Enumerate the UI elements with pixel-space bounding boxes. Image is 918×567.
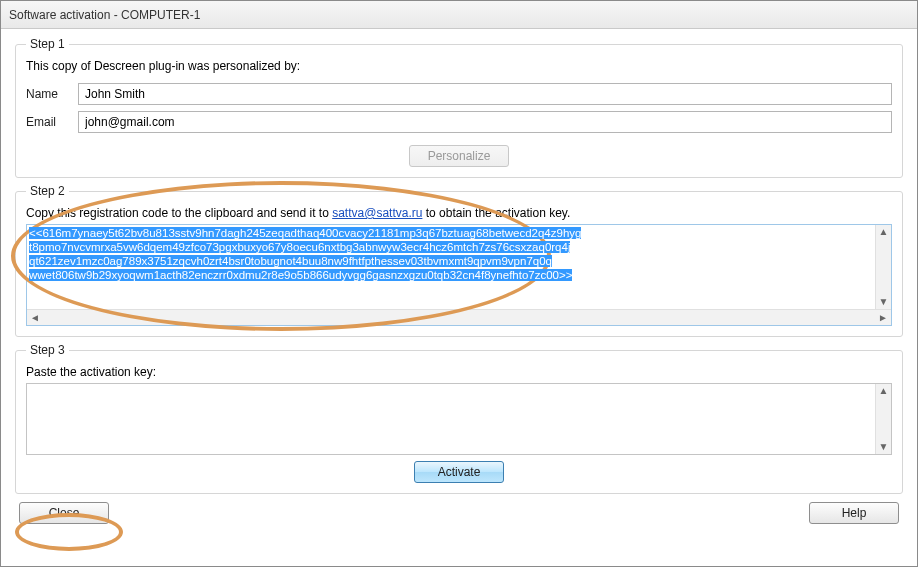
activation-key-text[interactable] <box>27 384 875 454</box>
step3-legend: Step 3 <box>26 343 69 357</box>
key-vertical-scrollbar[interactable]: ▲ ▼ <box>875 384 891 454</box>
client-area: Step 1 This copy of Descreen plug-in was… <box>1 29 917 566</box>
registration-code-line: qt621zev1mzc0ag789x3751zqcvh0zrt4bsr0tob… <box>29 255 552 267</box>
step2-instr-prefix: Copy this registration code to the clipb… <box>26 206 332 220</box>
support-email-link[interactable]: sattva@sattva.ru <box>332 206 422 220</box>
bottom-button-bar: Close Help <box>15 502 903 524</box>
activate-button[interactable]: Activate <box>414 461 504 483</box>
step3-group: Step 3 Paste the activation key: ▲ ▼ Act… <box>15 343 903 494</box>
activation-key-box[interactable]: ▲ ▼ <box>26 383 892 455</box>
email-label: Email <box>26 115 72 129</box>
email-row: Email <box>26 111 892 133</box>
help-button[interactable]: Help <box>809 502 899 524</box>
step2-group: Step 2 Copy this registration code to th… <box>15 184 903 337</box>
titlebar[interactable]: Software activation - COMPUTER-1 <box>1 1 917 29</box>
window-title: Software activation - COMPUTER-1 <box>9 8 200 22</box>
email-field[interactable] <box>78 111 892 133</box>
registration-code-box[interactable]: <<616m7ynaey5t62bv8u813sstv9hn7dagh245ze… <box>26 224 892 326</box>
step1-group: Step 1 This copy of Descreen plug-in was… <box>15 37 903 178</box>
step2-legend: Step 2 <box>26 184 69 198</box>
scroll-right-icon[interactable]: ► <box>877 312 889 324</box>
scroll-up-icon[interactable]: ▲ <box>879 386 889 396</box>
code-horizontal-scrollbar[interactable]: ◄ ► <box>27 309 891 325</box>
step1-intro: This copy of Descreen plug-in was person… <box>26 59 892 73</box>
registration-code-line: t8pmo7nvcvmrxa5vw6dqem49zfco73pgxbuxyo67… <box>29 241 570 253</box>
scroll-down-icon[interactable]: ▼ <box>879 442 889 452</box>
name-label: Name <box>26 87 72 101</box>
step1-legend: Step 1 <box>26 37 69 51</box>
scroll-up-icon[interactable]: ▲ <box>879 227 889 237</box>
scroll-left-icon[interactable]: ◄ <box>29 312 41 324</box>
scroll-down-icon[interactable]: ▼ <box>879 297 889 307</box>
name-row: Name <box>26 83 892 105</box>
close-button[interactable]: Close <box>19 502 109 524</box>
personalize-button: Personalize <box>409 145 510 167</box>
activation-window: Software activation - COMPUTER-1 Step 1 … <box>0 0 918 567</box>
registration-code-text[interactable]: <<616m7ynaey5t62bv8u813sstv9hn7dagh245ze… <box>27 225 875 309</box>
step3-instruction: Paste the activation key: <box>26 365 892 379</box>
step2-instr-suffix: to obtain the activation key. <box>422 206 570 220</box>
code-vertical-scrollbar[interactable]: ▲ ▼ <box>875 225 891 309</box>
name-field[interactable] <box>78 83 892 105</box>
step2-instruction: Copy this registration code to the clipb… <box>26 206 892 220</box>
registration-code-line: <<616m7ynaey5t62bv8u813sstv9hn7dagh245ze… <box>29 227 581 239</box>
registration-code-line: wwet806tw9b29xyoqwm1acth82enczrr0xdmu2r8… <box>29 269 572 281</box>
